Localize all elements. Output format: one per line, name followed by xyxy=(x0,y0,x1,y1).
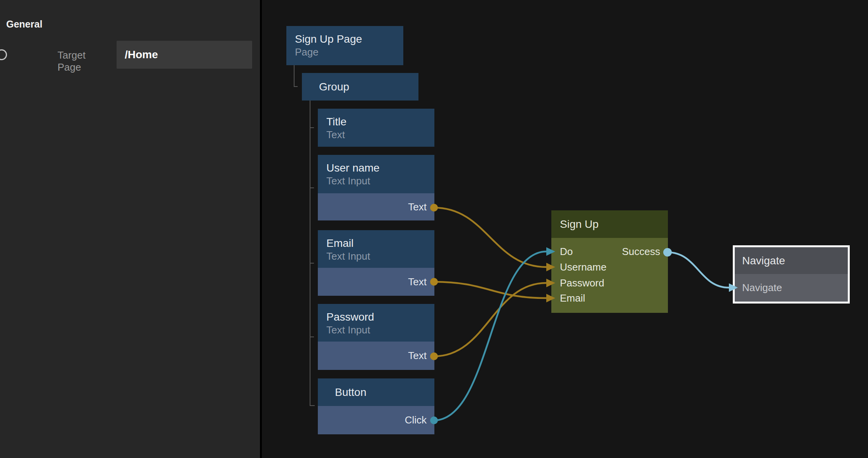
node-user-name[interactable]: User name Text Input Text xyxy=(318,155,434,220)
output-port-row[interactable]: Text xyxy=(318,193,434,220)
panel-divider xyxy=(260,0,262,458)
target-page-label: Target Page xyxy=(58,49,109,73)
node-subtitle: Text Input xyxy=(326,175,434,187)
output-port-row[interactable]: Text xyxy=(318,268,434,296)
output-port-row[interactable]: Click xyxy=(318,406,434,434)
node-title: Email xyxy=(326,237,434,250)
target-page-input[interactable]: /Home xyxy=(117,41,252,69)
node-title: Sign Up Page xyxy=(295,33,403,45)
panel-heading: General xyxy=(6,19,42,30)
node-title: Sign Up xyxy=(560,218,599,231)
output-port-success[interactable]: Success xyxy=(622,246,660,257)
node-sign-up-action[interactable]: Sign Up Do Username Password Email Succe… xyxy=(551,210,668,313)
panel-handle-ring-icon[interactable] xyxy=(0,49,7,60)
node-editor-app: Sign Up Page Page Group Title Text xyxy=(0,0,868,458)
output-port-row[interactable]: Text xyxy=(318,342,434,370)
node-title: User name xyxy=(326,162,434,174)
node-sign-up-page[interactable]: Sign Up Page Page xyxy=(286,26,403,65)
node-title: Password xyxy=(326,311,434,323)
node-subtitle: Text xyxy=(326,129,434,141)
input-port-email[interactable]: Email xyxy=(560,292,585,304)
node-navigate[interactable]: Navigate Navigate xyxy=(733,245,850,304)
node-subtitle: Text Input xyxy=(326,250,434,262)
input-port-username[interactable]: Username xyxy=(560,261,607,273)
properties-panel: General Target Page /Home xyxy=(0,0,260,458)
node-group[interactable]: Group xyxy=(302,73,418,101)
output-port-label: Text xyxy=(408,276,427,288)
node-title: Group xyxy=(319,81,349,93)
output-port-label: Click xyxy=(405,414,427,426)
input-port-do[interactable]: Do xyxy=(560,246,573,257)
node-button[interactable]: Button Click xyxy=(318,378,434,434)
target-page-value: /Home xyxy=(125,49,158,61)
node-password[interactable]: Password Text Input Text xyxy=(318,304,434,370)
output-port-label: Text xyxy=(408,350,427,362)
node-title: Navigate xyxy=(742,255,785,267)
node-title-text[interactable]: Title Text xyxy=(318,109,434,147)
input-port-label: Navigate xyxy=(742,282,782,294)
node-subtitle: Text Input xyxy=(326,324,434,336)
input-port-navigate[interactable]: Navigate xyxy=(735,274,848,302)
node-title: Button xyxy=(335,386,366,399)
node-subtitle: Page xyxy=(295,46,403,58)
node-title: Title xyxy=(326,116,434,128)
output-port-label: Text xyxy=(408,201,427,213)
node-email[interactable]: Email Text Input Text xyxy=(318,230,434,296)
input-port-password[interactable]: Password xyxy=(560,277,604,289)
